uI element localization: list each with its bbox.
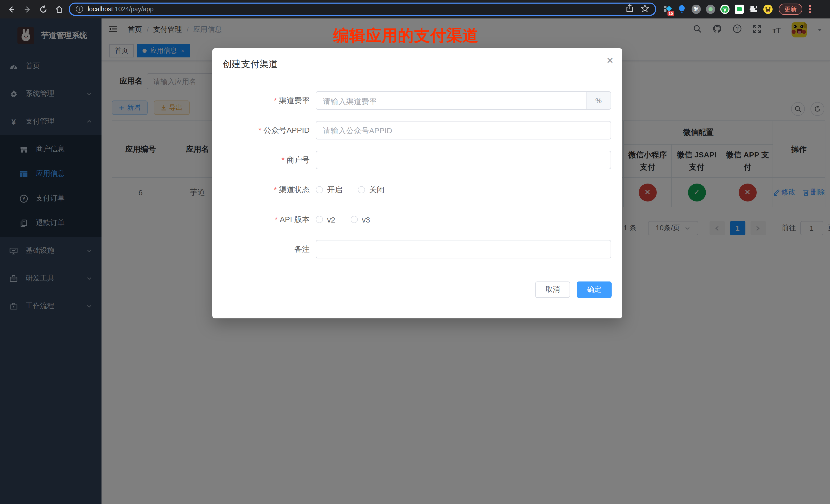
- url-bar[interactable]: i localhost:1024/pay/app: [69, 3, 656, 16]
- dialog-title: 创建支付渠道: [223, 58, 278, 70]
- radio-api-v3[interactable]: v3: [351, 215, 370, 224]
- form-row-merchant: 商户号: [212, 151, 611, 169]
- radio-icon: [358, 186, 365, 193]
- browser-menu-icon[interactable]: [807, 4, 812, 15]
- extension-command-icon[interactable]: ⌘: [692, 5, 701, 14]
- radio-icon: [316, 216, 323, 223]
- form-row-status: 渠道状态 开启 关闭: [212, 181, 611, 199]
- extension-balloon-icon[interactable]: [677, 5, 687, 14]
- extension-emoji-icon[interactable]: [763, 5, 773, 14]
- reload-icon[interactable]: [39, 5, 48, 13]
- dialog-footer: 取消 确定: [535, 282, 612, 298]
- extension-chat-icon[interactable]: [735, 5, 744, 14]
- form-row-remark: 备注: [212, 240, 611, 258]
- site-info-icon[interactable]: i: [76, 6, 83, 13]
- rate-label: 渠道费率: [212, 96, 316, 105]
- radio-status-open[interactable]: 开启: [316, 185, 343, 195]
- browser-chrome: i localhost:1024/pay/app 10 ⌘ y 更新: [0, 0, 830, 19]
- annotation-text: 编辑应用的支付渠道: [333, 25, 479, 46]
- bookmark-star-icon[interactable]: [641, 4, 649, 14]
- radio-api-v2[interactable]: v2: [316, 215, 335, 224]
- radio-icon: [351, 216, 358, 223]
- form-row-rate: 渠道费率 %: [212, 91, 611, 110]
- radio-icon: [316, 186, 323, 193]
- extension-y-icon[interactable]: y: [720, 5, 730, 14]
- extension-badge: 10: [667, 11, 674, 16]
- url-text: localhost:1024/pay/app: [88, 6, 154, 13]
- rate-input[interactable]: [316, 92, 586, 110]
- cancel-button[interactable]: 取消: [535, 282, 570, 298]
- radio-status-closed[interactable]: 关闭: [358, 185, 384, 195]
- app-window: 芋道管理系统 首页 系统管理 ¥ 支付管理: [0, 19, 830, 504]
- appid-label: 公众号APPID: [212, 125, 316, 135]
- extension-record-icon[interactable]: [706, 5, 715, 14]
- share-icon[interactable]: [626, 4, 634, 14]
- merchant-input[interactable]: [316, 151, 611, 169]
- screen: i localhost:1024/pay/app 10 ⌘ y 更新: [0, 0, 830, 504]
- back-icon[interactable]: [7, 5, 16, 13]
- remark-label: 备注: [212, 244, 316, 254]
- browser-update-button[interactable]: 更新: [779, 4, 802, 15]
- close-icon[interactable]: ✕: [606, 56, 614, 65]
- channel-form: 渠道费率 % 公众号APPID 商户号: [212, 91, 611, 270]
- confirm-button[interactable]: 确定: [577, 282, 612, 298]
- create-channel-dialog: 创建支付渠道 ✕ 渠道费率 % 公众号APPID: [212, 48, 622, 318]
- appid-input[interactable]: [316, 121, 611, 139]
- form-row-appid: 公众号APPID: [212, 121, 611, 139]
- form-row-api-version: API 版本 v2 v3: [212, 210, 611, 229]
- merchant-label: 商户号: [212, 155, 316, 165]
- api-version-label: API 版本: [212, 215, 316, 224]
- forward-icon[interactable]: [23, 5, 32, 13]
- browser-extensions: 10 ⌘ y: [663, 5, 773, 14]
- remark-input[interactable]: [316, 240, 611, 258]
- home-icon[interactable]: [55, 5, 64, 13]
- status-label: 渠道状态: [212, 185, 316, 195]
- extension-puzzle-icon[interactable]: [749, 5, 758, 14]
- percent-suffix: %: [586, 92, 611, 109]
- extension-kanban-icon[interactable]: 10: [663, 5, 672, 14]
